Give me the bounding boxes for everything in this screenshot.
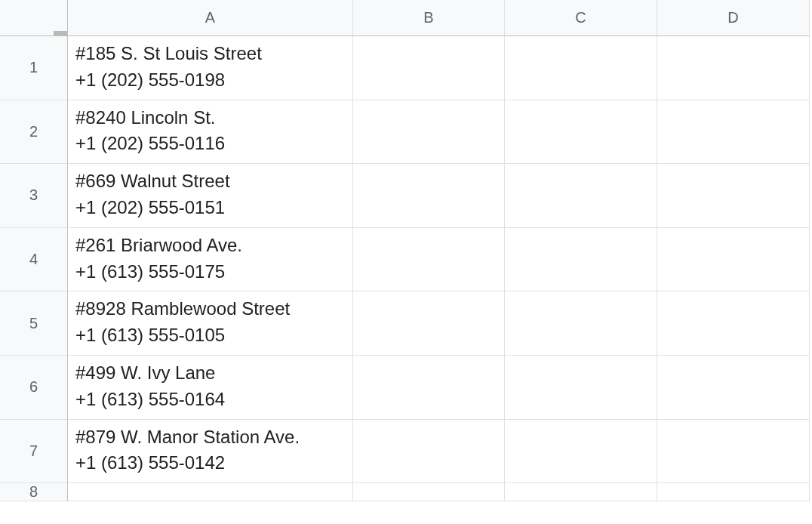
row-header-8[interactable]: 8 [0,483,68,501]
cell-B5[interactable] [353,291,505,356]
row-header-7[interactable]: 7 [0,420,68,484]
select-all-corner[interactable] [0,0,68,36]
cell-A4[interactable]: #261 Briarwood Ave. +1 (613) 555-0175 [68,228,353,292]
cell-B3[interactable] [353,164,505,228]
cell-A8[interactable] [68,483,353,501]
col-header-b[interactable]: B [353,0,505,36]
row-header-5[interactable]: 5 [0,291,68,356]
cell-A1[interactable]: #185 S. St Louis Street +1 (202) 555-019… [68,36,353,100]
cell-D2[interactable] [657,100,810,165]
cell-D8[interactable] [657,483,810,501]
cell-C2[interactable] [505,100,657,165]
cell-B8[interactable] [353,483,505,501]
row-header-6[interactable]: 6 [0,356,68,420]
spreadsheet-grid: A B C D 1#185 S. St Louis Street +1 (202… [0,0,812,501]
cell-B4[interactable] [353,228,505,292]
cell-B7[interactable] [353,420,505,484]
cell-C7[interactable] [505,420,657,484]
cell-D3[interactable] [657,164,810,228]
row-header-4[interactable]: 4 [0,228,68,292]
cell-C3[interactable] [505,164,657,228]
row-header-3[interactable]: 3 [0,164,68,228]
cell-B6[interactable] [353,356,505,420]
cell-A3[interactable]: #669 Walnut Street +1 (202) 555-0151 [68,164,353,228]
cell-C5[interactable] [505,291,657,356]
row-header-2[interactable]: 2 [0,100,68,165]
cell-A5[interactable]: #8928 Ramblewood Street +1 (613) 555-010… [68,291,353,356]
cell-B1[interactable] [353,36,505,100]
cell-D6[interactable] [657,356,810,420]
row-header-1[interactable]: 1 [0,36,68,100]
cell-A6[interactable]: #499 W. Ivy Lane +1 (613) 555-0164 [68,356,353,420]
col-header-d[interactable]: D [657,0,810,36]
cell-C6[interactable] [505,356,657,420]
cell-C1[interactable] [505,36,657,100]
cell-D1[interactable] [657,36,810,100]
cell-D5[interactable] [657,291,810,356]
cell-D7[interactable] [657,420,810,484]
col-header-c[interactable]: C [505,0,657,36]
cell-C8[interactable] [505,483,657,501]
cell-B2[interactable] [353,100,505,165]
cell-A2[interactable]: #8240 Lincoln St. +1 (202) 555-0116 [68,100,353,165]
col-header-a[interactable]: A [68,0,353,36]
cell-A7[interactable]: #879 W. Manor Station Ave. +1 (613) 555-… [68,420,353,484]
cell-C4[interactable] [505,228,657,292]
cell-D4[interactable] [657,228,810,292]
